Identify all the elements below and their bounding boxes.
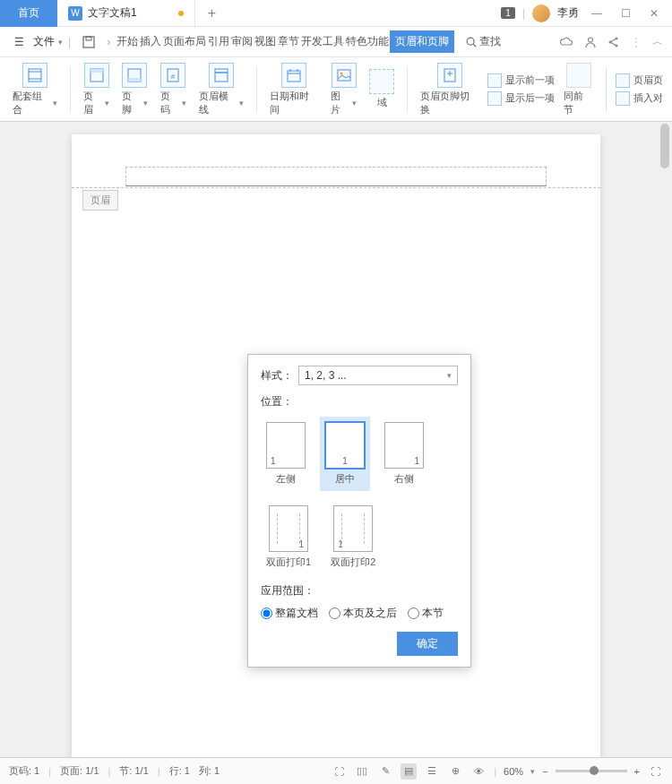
status-pageno[interactable]: 页码: 1 bbox=[9, 764, 39, 778]
ribbon-tab-dev[interactable]: 开发工具 bbox=[300, 30, 345, 53]
ok-button[interactable]: 确定 bbox=[397, 632, 458, 656]
scope-label: 应用范围： bbox=[261, 583, 458, 599]
maximize-button[interactable]: ☐ bbox=[615, 3, 636, 24]
doc-icon: W bbox=[68, 6, 82, 21]
position-left[interactable]: 1 左侧 bbox=[261, 417, 311, 491]
switch-button[interactable]: 页眉页脚切换 bbox=[417, 63, 482, 116]
preset-icon bbox=[22, 63, 47, 88]
notification-badge[interactable]: 1 bbox=[501, 7, 515, 19]
headerline-button[interactable]: 页眉横线▾ bbox=[195, 63, 247, 116]
position-center[interactable]: 1 居中 bbox=[320, 417, 370, 491]
position-duplex1[interactable]: 1 双面打印1 bbox=[261, 500, 316, 574]
svg-point-4 bbox=[589, 38, 593, 42]
ribbon-tab-review[interactable]: 审阅 bbox=[230, 30, 254, 53]
svg-rect-14 bbox=[128, 78, 141, 82]
web-icon[interactable]: ⊕ bbox=[447, 763, 463, 780]
field-icon bbox=[369, 69, 394, 94]
statusbar: 页码: 1| 页面: 1/1| 节: 1/1| 行: 1 列: 1 ⛶ ▯▯ ✎… bbox=[0, 757, 672, 784]
new-tab-button[interactable]: + bbox=[195, 5, 228, 22]
ribbon-tab-headerfooter[interactable]: 页眉和页脚 bbox=[390, 30, 454, 53]
pagenum-button[interactable]: # 页码▾ bbox=[157, 63, 190, 116]
header-option-button[interactable]: 页眉页 bbox=[616, 73, 663, 88]
position-right[interactable]: 1 右侧 bbox=[379, 417, 429, 491]
ribbon-tab-view[interactable]: 视图 bbox=[254, 30, 277, 53]
svg-point-24 bbox=[340, 72, 342, 74]
header-label: 页眉 bbox=[82, 190, 118, 211]
status-row: 行: 1 bbox=[169, 764, 190, 778]
file-menu[interactable]: 文件 bbox=[33, 34, 55, 49]
page-view-icon[interactable]: ▤ bbox=[401, 763, 417, 780]
position-grid: 1 左侧 1 居中 1 右侧 1 双面打印1 1 双面打印2 bbox=[261, 417, 458, 574]
datetime-button[interactable]: 日期和时间 bbox=[266, 63, 322, 116]
scope-whole-doc[interactable]: 整篇文档 bbox=[261, 606, 318, 621]
search-box[interactable]: 查找 bbox=[465, 34, 501, 49]
ribbon-tab-section[interactable]: 章节 bbox=[277, 30, 300, 53]
picture-button[interactable]: 图片▾ bbox=[327, 63, 360, 116]
zoom-slider[interactable] bbox=[556, 770, 627, 772]
user-name[interactable]: 李勇 bbox=[557, 5, 579, 21]
tab-document[interactable]: W 文字文稿1 bbox=[57, 0, 195, 27]
ribbon-tabs: 开始 插入 页面布局 引用 审阅 视图 章节 开发工具 特色功能 页眉和页脚 bbox=[116, 30, 454, 53]
position-duplex2[interactable]: 1 双面打印2 bbox=[325, 500, 381, 574]
preset-combo-button[interactable]: 配套组合▾ bbox=[9, 63, 61, 116]
zoom-in-button[interactable]: + bbox=[634, 766, 640, 777]
insert-align-button[interactable]: 插入对 bbox=[616, 91, 663, 106]
document-page[interactable]: 页眉 页脚 1 ⟳ 重新编号▾ ▦ 页码设置▾ ✕ 删除页码 样式： bbox=[72, 134, 600, 757]
collapse-ribbon-icon[interactable]: ︿ bbox=[652, 34, 663, 49]
header-opt-icon bbox=[616, 73, 630, 88]
eye-icon[interactable]: 👁 bbox=[470, 763, 487, 780]
titlebar: 首页 W 文字文稿1 + 1 | 李勇 — ☐ ✕ bbox=[0, 0, 672, 27]
status-col: 列: 1 bbox=[199, 764, 220, 778]
svg-rect-17 bbox=[215, 69, 228, 82]
svg-point-2 bbox=[467, 38, 474, 45]
svg-rect-8 bbox=[29, 69, 41, 82]
field-button[interactable]: 域 bbox=[366, 69, 398, 109]
close-button[interactable]: ✕ bbox=[643, 3, 665, 24]
zoom-value[interactable]: 60% bbox=[504, 766, 523, 777]
unsaved-indicator bbox=[178, 11, 184, 16]
search-icon bbox=[465, 36, 478, 48]
fullscreen-icon[interactable]: ⛶ bbox=[331, 763, 347, 780]
footer-button[interactable]: 页脚▾ bbox=[118, 63, 151, 116]
footer-icon bbox=[122, 63, 147, 88]
show-next-button[interactable]: 显示后一项 bbox=[487, 91, 555, 106]
user-avatar[interactable] bbox=[532, 4, 550, 22]
edit-icon[interactable]: ✎ bbox=[377, 763, 393, 780]
svg-point-6 bbox=[616, 37, 618, 39]
zoom-out-button[interactable]: − bbox=[542, 766, 547, 777]
outline-icon[interactable]: ☰ bbox=[424, 763, 440, 780]
save-icon[interactable] bbox=[76, 31, 101, 53]
pagenum-icon: # bbox=[160, 63, 185, 88]
ribbon-tab-ref[interactable]: 引用 bbox=[207, 30, 230, 53]
style-label: 样式： bbox=[261, 368, 293, 383]
insert-align-icon bbox=[616, 91, 630, 106]
header-button[interactable]: 页眉▾ bbox=[80, 63, 113, 116]
divider-icon: | bbox=[522, 7, 525, 20]
status-page[interactable]: 页面: 1/1 bbox=[60, 764, 99, 778]
minimize-button[interactable]: — bbox=[586, 3, 607, 24]
chevron-down-icon: ▾ bbox=[58, 38, 63, 47]
scope-from-here[interactable]: 本页及之后 bbox=[329, 606, 397, 621]
tab-home[interactable]: 首页 bbox=[0, 0, 57, 27]
ribbon-tab-start[interactable]: 开始 bbox=[116, 30, 139, 53]
ribbon-tab-feature[interactable]: 特色功能 bbox=[345, 30, 390, 53]
scope-section[interactable]: 本节 bbox=[408, 606, 444, 621]
style-select[interactable]: 1, 2, 3 ...▾ bbox=[298, 366, 458, 385]
share-icon[interactable] bbox=[607, 36, 620, 48]
cloud-icon[interactable] bbox=[559, 36, 573, 48]
doc-title: 文字文稿1 bbox=[88, 5, 137, 21]
ribbon-tab-insert[interactable]: 插入 bbox=[139, 30, 162, 53]
person-icon[interactable] bbox=[584, 36, 597, 48]
ribbon-tab-layout[interactable]: 页面布局 bbox=[162, 30, 207, 53]
status-section[interactable]: 节: 1/1 bbox=[119, 764, 148, 778]
scrollbar-thumb[interactable] bbox=[660, 124, 669, 168]
svg-rect-0 bbox=[83, 37, 94, 47]
workspace: 页眉 页脚 1 ⟳ 重新编号▾ ▦ 页码设置▾ ✕ 删除页码 样式： bbox=[0, 122, 672, 757]
reading-icon[interactable]: ▯▯ bbox=[354, 763, 370, 780]
vertical-scrollbar[interactable] bbox=[658, 122, 672, 757]
prev-icon bbox=[487, 73, 502, 88]
show-prev-button[interactable]: 显示前一项 bbox=[487, 73, 555, 88]
header-zone[interactable] bbox=[125, 167, 547, 186]
menu-hamburger-icon[interactable]: ☰ bbox=[9, 32, 30, 52]
fit-icon[interactable]: ⛶ bbox=[647, 763, 663, 780]
